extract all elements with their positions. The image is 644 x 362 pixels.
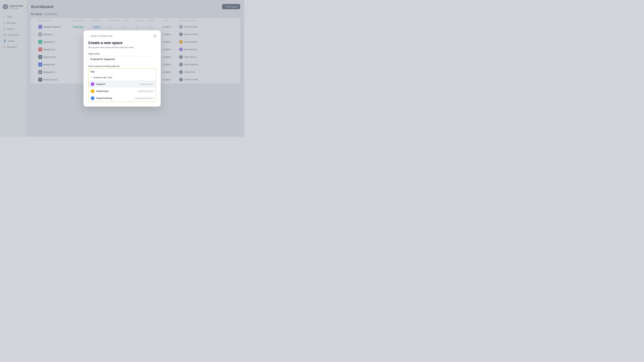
company-url-supercharge: supercharge.com bbox=[138, 90, 154, 92]
plus-icon: + bbox=[91, 76, 92, 79]
modal-subtitle: Set up your new space and kick-start you… bbox=[88, 46, 156, 49]
company-url-supersomething: supersomething.com bbox=[135, 97, 154, 99]
back-label: BACK TO TEMPLATES bbox=[91, 35, 112, 37]
company-name-supersomething: Supersomething bbox=[96, 97, 133, 99]
branding-input-wrapper: + Continue with "Sup" S Supacool suppaco… bbox=[88, 68, 156, 102]
modal-overlay: ← BACK TO TEMPLATES ✕ Create a new space… bbox=[0, 0, 244, 137]
continue-with-label: Continue with "Sup" bbox=[94, 76, 113, 79]
suggestion-supercharge[interactable]: S Supercharge supercharge.com bbox=[88, 88, 156, 95]
suggestion-supacool[interactable]: S Supacool suppacool.com bbox=[88, 81, 156, 88]
back-arrow-icon: ← bbox=[88, 35, 90, 37]
suggestion-supersomething[interactable]: S Supersomething supersomething.com bbox=[88, 95, 156, 102]
company-icon-supercharge: S bbox=[91, 89, 94, 93]
back-to-templates-button[interactable]: ← BACK TO TEMPLATES bbox=[88, 35, 156, 37]
company-url-supacool: suppacool.com bbox=[140, 83, 154, 85]
branding-input[interactable] bbox=[88, 68, 156, 75]
modal-title: Create a new space bbox=[88, 41, 156, 45]
create-space-modal: ← BACK TO TEMPLATES ✕ Create a new space… bbox=[84, 30, 161, 107]
modal-close-button[interactable]: ✕ bbox=[152, 34, 157, 38]
company-icon-supersomething: S bbox=[91, 96, 94, 100]
branding-label: Client company branding (optional) bbox=[88, 65, 156, 67]
company-dropdown: + Continue with "Sup" S Supacool suppaco… bbox=[88, 75, 156, 102]
continue-with-option[interactable]: + Continue with "Sup" bbox=[88, 75, 156, 81]
space-name-input[interactable] bbox=[88, 56, 156, 62]
company-name-supacool: Supacool bbox=[96, 83, 138, 85]
space-name-label: Space name bbox=[88, 53, 156, 55]
company-icon-supacool: S bbox=[91, 82, 94, 86]
company-name-supercharge: Supercharge bbox=[96, 90, 136, 92]
